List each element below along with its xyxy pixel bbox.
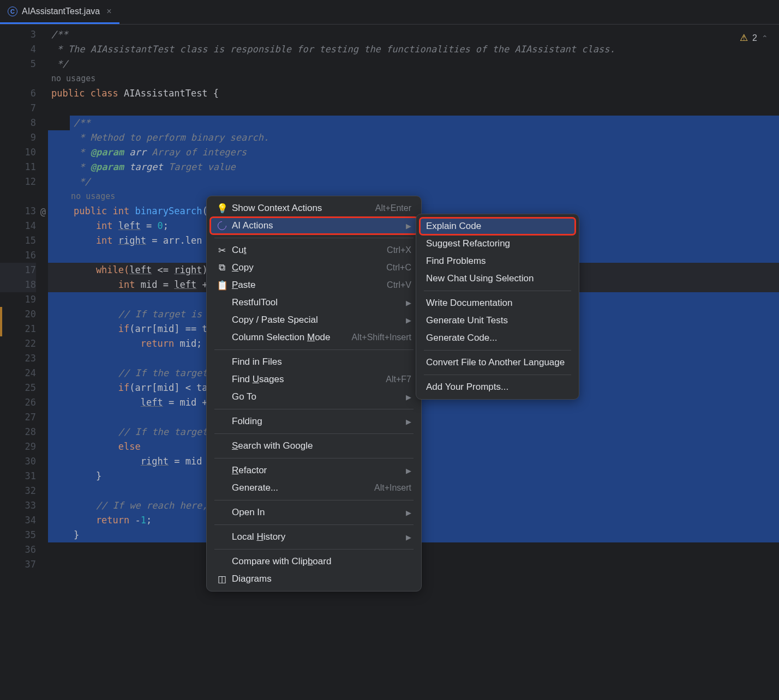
submenu-generate-unit-tests[interactable]: Generate Unit Tests <box>420 312 576 329</box>
copy-icon: ⧉ <box>217 262 227 273</box>
submenu-convert-file[interactable]: Convert File to Another Language <box>420 354 576 371</box>
line-number[interactable]: 26 <box>0 395 36 410</box>
gutter-override-icon[interactable]: @ <box>40 204 46 219</box>
menu-column-selection[interactable]: Column Selection Mode Alt+Shift+Insert <box>210 329 418 346</box>
line-number[interactable]: 12 <box>0 174 36 189</box>
submenu-new-chat[interactable]: New Chat Using Selection <box>420 270 576 287</box>
line-number[interactable]: 32 <box>0 484 36 498</box>
line-number[interactable]: 20 <box>0 307 36 322</box>
menu-refactor[interactable]: Refactor ▶ <box>210 462 418 479</box>
code: * Method to perform binary search. <box>51 132 269 143</box>
line-number[interactable]: 13@ <box>0 204 36 219</box>
line-number[interactable]: 25 <box>0 381 36 395</box>
menu-go-to[interactable]: Go To ▶ <box>210 388 418 406</box>
separator <box>424 350 571 351</box>
chevron-right-icon: ▶ <box>406 509 411 517</box>
line-number[interactable]: 14 <box>0 219 36 233</box>
ai-actions-submenu: Explain Code Suggest Refactoring Find Pr… <box>416 214 579 400</box>
line-number[interactable]: 27 <box>0 410 36 425</box>
separator <box>424 291 571 291</box>
line-number[interactable]: 22 <box>0 336 36 351</box>
menu-copy[interactable]: ⧉ Copy Ctrl+C <box>210 259 418 276</box>
menu-diagrams[interactable]: ◫ Diagrams <box>210 570 418 588</box>
chevron-right-icon: ▶ <box>406 533 411 541</box>
submenu-generate-code[interactable]: Generate Code... <box>420 329 576 347</box>
tab-filename: AIAssistantTest.java <box>22 7 100 16</box>
line-number[interactable]: 15 <box>0 233 36 248</box>
chevron-right-icon: ▶ <box>406 299 411 307</box>
line-number[interactable]: 4 <box>0 42 36 57</box>
line-number[interactable]: 31 <box>0 469 36 484</box>
menu-ai-actions[interactable]: AI Actions ▶ <box>210 217 418 234</box>
line-number[interactable]: 7 <box>0 101 36 116</box>
code: */ <box>51 58 68 69</box>
chevron-right-icon: ▶ <box>406 222 411 230</box>
submenu-explain-code[interactable]: Explain Code <box>420 218 576 235</box>
chevron-right-icon: ▶ <box>406 316 411 324</box>
line-number <box>0 189 36 204</box>
chevron-right-icon: ▶ <box>406 393 411 401</box>
line-number[interactable]: 36 <box>0 542 36 557</box>
line-number <box>0 71 36 86</box>
chevron-right-icon: ▶ <box>406 467 411 475</box>
line-number[interactable]: 17 <box>0 263 36 277</box>
line-number[interactable]: 35 <box>0 528 36 542</box>
line-number[interactable]: 24 <box>0 366 36 381</box>
code: } <box>51 470 101 481</box>
submenu-add-prompts[interactable]: Add Your Prompts... <box>420 378 576 396</box>
menu-generate[interactable]: Generate... Alt+Insert <box>210 479 418 497</box>
code: * The AIAssistantTest class is responsib… <box>51 44 615 55</box>
scissors-icon: ✂ <box>217 245 227 256</box>
line-number[interactable]: 23 <box>0 351 36 366</box>
line-number[interactable]: 34 <box>0 513 36 528</box>
menu-copy-paste-special[interactable]: Copy / Paste Special ▶ <box>210 311 418 329</box>
line-number[interactable]: 16 <box>0 248 36 263</box>
line-number[interactable]: 6 <box>0 86 36 101</box>
line-number[interactable]: 29 <box>0 439 36 454</box>
line-number[interactable]: 18 <box>0 277 36 292</box>
separator <box>214 458 414 458</box>
separator <box>214 238 414 238</box>
menu-local-history[interactable]: Local History ▶ <box>210 528 418 546</box>
menu-restfultool[interactable]: RestfulTool ▶ <box>210 294 418 311</box>
submenu-write-documentation[interactable]: Write Documentation <box>420 294 576 312</box>
separator <box>214 349 414 350</box>
submenu-find-problems[interactable]: Find Problems <box>420 252 576 270</box>
code: // If the target <box>51 367 208 378</box>
menu-find-in-files[interactable]: Find in Files <box>210 353 418 371</box>
line-number[interactable]: 10 <box>0 145 36 160</box>
chevron-right-icon: ▶ <box>406 418 411 426</box>
line-number[interactable]: 11 <box>0 160 36 174</box>
line-number[interactable]: 28 <box>0 425 36 439</box>
file-tab[interactable]: AIAssistantTest.java × <box>0 0 119 24</box>
separator <box>214 409 414 409</box>
menu-search-google[interactable]: Search with Google <box>210 437 418 455</box>
menu-compare-clipboard[interactable]: Compare with Clipboard <box>210 553 418 570</box>
code: // If we reach here, <box>51 500 208 511</box>
menu-folding[interactable]: Folding ▶ <box>210 413 418 430</box>
line-number[interactable]: 5 <box>0 57 36 71</box>
menu-paste[interactable]: 📋 Paste Ctrl+V <box>210 276 418 294</box>
line-number[interactable]: 30 <box>0 454 36 469</box>
line-number[interactable]: 19 <box>0 292 36 307</box>
close-icon[interactable]: × <box>106 7 111 16</box>
menu-open-in[interactable]: Open In ▶ <box>210 504 418 521</box>
menu-show-context-actions[interactable]: 💡 Show Context Actions Alt+Enter <box>210 200 418 217</box>
line-number[interactable]: 21 <box>0 322 36 336</box>
code: else <box>51 441 141 452</box>
line-number[interactable]: 37 <box>0 557 36 572</box>
ai-swirl-icon <box>217 221 227 230</box>
separator <box>214 549 414 550</box>
line-number[interactable]: 3 <box>0 27 36 42</box>
submenu-suggest-refactoring[interactable]: Suggest Refactoring <box>420 235 576 252</box>
code: } <box>51 529 85 540</box>
separator <box>424 375 571 375</box>
line-number[interactable]: 8 <box>0 116 36 130</box>
menu-cut[interactable]: ✂ Cut Ctrl+X <box>210 242 418 259</box>
menu-find-usages[interactable]: Find Usages Alt+F7 <box>210 371 418 388</box>
separator <box>214 500 414 500</box>
line-number[interactable]: 33 <box>0 498 36 513</box>
bulb-icon: 💡 <box>217 203 227 214</box>
line-number[interactable]: 9 <box>0 130 36 145</box>
usage-hint[interactable]: no usages <box>48 71 779 86</box>
